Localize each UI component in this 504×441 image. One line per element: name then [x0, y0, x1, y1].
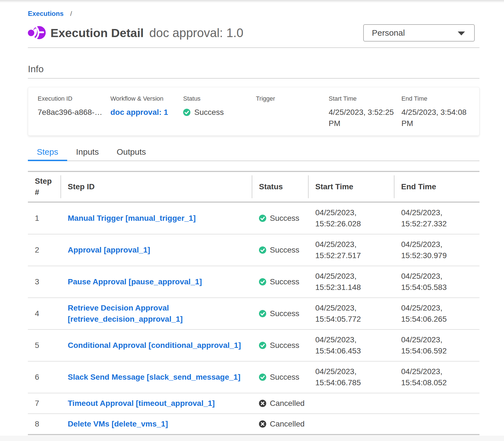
cell-step-id: Retrieve Decision Approval [retrieve_dec… — [61, 302, 252, 325]
breadcrumb-separator: / — [70, 10, 72, 17]
column-header-start-time: Start Time — [308, 172, 394, 202]
step-link[interactable]: Delete VMs [delete_vms_1] — [68, 418, 168, 430]
tab-bar: StepsInputsOutputs — [28, 144, 479, 161]
cell-status: Success — [252, 372, 308, 383]
workflow-version-link[interactable]: doc approval: 1 — [110, 107, 168, 118]
page-subtitle: doc approval: 1.0 — [149, 25, 244, 40]
success-icon — [259, 246, 266, 254]
table-row: 4 Retrieve Decision Approval [retrieve_d… — [28, 298, 479, 330]
step-link[interactable]: Conditional Approval [conditional_approv… — [68, 340, 241, 351]
info-field-label: Trigger — [256, 94, 329, 103]
success-icon — [259, 215, 266, 222]
info-field-label: End Time — [401, 94, 474, 103]
success-icon — [259, 278, 266, 285]
column-header-step-id: Step ID — [61, 172, 252, 202]
steps-table: Step #Step IDStatusStart TimeEnd Time 1 … — [28, 171, 479, 435]
column-header-step: Step # — [28, 172, 61, 202]
table-row: 8 Delete VMs [delete_vms_1] Cancelled — [28, 414, 479, 434]
info-field-label: Execution ID — [38, 94, 110, 103]
cell-start-time: 04/25/2023, 15:54:06.453 — [308, 334, 394, 357]
step-link[interactable]: Pause Approval [pause_approval_1] — [68, 276, 202, 287]
cell-status: Success — [252, 308, 308, 319]
content-area: Executions / Execution Detail doc approv… — [28, 0, 479, 435]
table-row: 3 Pause Approval [pause_approval_1] Succ… — [28, 266, 479, 298]
table-row: 6 Slack Send Message [slack_send_message… — [28, 362, 479, 393]
cell-step-number: 6 — [28, 372, 61, 383]
success-icon — [259, 278, 266, 285]
page-title: Execution Detail — [50, 25, 144, 40]
info-field-value: 7e8ac396-a868-… — [38, 107, 110, 118]
info-field-start-time: Start Time 4/25/2023, 3:52:25 PM — [329, 94, 401, 129]
cell-end-time: 04/25/2023, 15:52:30.979 — [394, 239, 479, 261]
step-link[interactable]: Approval [approval_1] — [68, 244, 150, 256]
cell-end-time: 04/25/2023, 15:54:05.583 — [394, 271, 479, 293]
info-field-value: 4/25/2023, 3:52:25 PM — [329, 107, 401, 129]
info-field-workflow-version: Workflow & Version doc approval: 1 — [110, 94, 183, 118]
cell-step-number: 5 — [28, 340, 61, 351]
breadcrumb-link-executions[interactable]: Executions — [28, 10, 64, 17]
cell-end-time: 04/25/2023, 15:54:06.265 — [394, 302, 479, 325]
info-field-label: Start Time — [329, 94, 401, 103]
column-header-end-time: End Time — [394, 172, 479, 202]
table-row: 2 Approval [approval_1] Success 04/25/20… — [28, 234, 479, 266]
cell-step-id: Conditional Approval [conditional_approv… — [61, 340, 252, 351]
cell-step-id: Timeout Approval [timeout_approval_1] — [61, 398, 252, 409]
tab-inputs[interactable]: Inputs — [67, 144, 108, 161]
header-divider — [28, 47, 479, 48]
cell-start-time: 04/25/2023, 15:54:05.772 — [308, 302, 394, 325]
cancelled-icon — [259, 420, 266, 428]
scope-select[interactable]: Personal — [363, 24, 475, 42]
cell-status: Success — [252, 213, 308, 224]
cancelled-icon — [259, 400, 266, 407]
status-label: Cancelled — [270, 398, 305, 409]
tab-steps[interactable]: Steps — [28, 144, 67, 161]
cell-start-time: 04/25/2023, 15:52:26.028 — [308, 207, 394, 229]
column-header-status: Status — [252, 172, 308, 202]
info-section-divider — [28, 78, 479, 79]
cell-step-number: 7 — [28, 398, 61, 409]
step-link[interactable]: Timeout Approval [timeout_approval_1] — [68, 398, 215, 409]
step-link[interactable]: Slack Send Message [slack_send_message_1… — [68, 372, 240, 383]
status-label: Success — [270, 340, 299, 351]
success-icon — [259, 374, 266, 381]
success-icon — [183, 109, 190, 116]
table-body: 1 Manual Trigger [manual_trigger_1] Succ… — [28, 203, 479, 434]
cell-end-time: 04/25/2023, 15:54:08.052 — [394, 366, 479, 388]
status-label: Success — [270, 244, 299, 256]
cell-status: Cancelled — [252, 398, 308, 409]
info-field-value: 4/25/2023, 3:54:08 PM — [401, 107, 474, 129]
status-label: Success — [270, 276, 299, 287]
cell-step-id: Delete VMs [delete_vms_1] — [61, 418, 252, 430]
cell-start-time: 04/25/2023, 15:52:27.517 — [308, 239, 394, 261]
cell-status: Success — [252, 276, 308, 287]
caret-down-icon — [458, 32, 465, 35]
cell-step-number: 3 — [28, 276, 61, 287]
breadcrumb: Executions / — [28, 0, 479, 18]
cell-status: Success — [252, 340, 308, 351]
status-label: Success — [270, 213, 299, 224]
cell-start-time: 04/25/2023, 15:52:31.148 — [308, 271, 394, 293]
info-field-label: Status — [183, 94, 256, 103]
status-label: Success — [194, 107, 224, 117]
status-label: Success — [270, 308, 299, 319]
success-icon — [259, 246, 266, 254]
info-field-trigger: Trigger — [256, 94, 329, 107]
success-icon — [259, 215, 266, 222]
cancelled-icon — [259, 400, 266, 407]
step-link[interactable]: Manual Trigger [manual_trigger_1] — [68, 213, 196, 224]
cell-step-number: 1 — [28, 213, 61, 224]
cell-status: Cancelled — [252, 418, 308, 430]
table-header-row: Step #Step IDStatusStart TimeEnd Time — [28, 172, 479, 203]
cell-start-time: 04/25/2023, 15:54:06.785 — [308, 366, 394, 388]
cell-step-number: 8 — [28, 418, 61, 430]
cell-step-id: Approval [approval_1] — [61, 244, 252, 256]
info-field-end-time: End Time 4/25/2023, 3:54:08 PM — [401, 94, 474, 129]
info-card: Execution ID 7e8ac396-a868-… Workflow & … — [28, 87, 479, 136]
cell-end-time: 04/25/2023, 15:54:06.592 — [394, 334, 479, 357]
tab-outputs[interactable]: Outputs — [108, 144, 155, 161]
table-row: 1 Manual Trigger [manual_trigger_1] Succ… — [28, 203, 479, 234]
info-field-label: Workflow & Version — [110, 94, 183, 103]
cell-step-number: 2 — [28, 244, 61, 256]
step-link[interactable]: Retrieve Decision Approval [retrieve_dec… — [68, 302, 183, 325]
info-field-execution-id: Execution ID 7e8ac396-a868-… — [38, 94, 110, 118]
